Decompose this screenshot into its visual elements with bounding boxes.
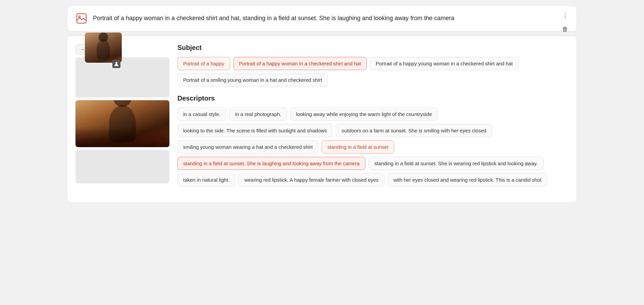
descriptor-tag-0[interactable]: in a casual style. bbox=[177, 108, 226, 121]
descriptor-tag-3[interactable]: looking to the side. The scene is filled… bbox=[177, 124, 332, 137]
main-card: ← Back ↻ Subject Portrait of a happy Por… bbox=[67, 36, 577, 203]
image-placeholder-bottom bbox=[75, 150, 169, 183]
options-button[interactable]: ⋮ bbox=[560, 11, 570, 20]
delete-button[interactable]: 🗑 bbox=[560, 24, 570, 34]
descriptor-tag-2[interactable]: looking away while enjoying the warm lig… bbox=[290, 108, 438, 121]
subject-tag-2[interactable]: Portrait of a happy young woman in a che… bbox=[370, 57, 519, 70]
svg-point-2 bbox=[115, 62, 117, 64]
descriptors-tags-container: in a casual style. in a real photograph.… bbox=[177, 108, 569, 186]
main-photo bbox=[75, 100, 169, 147]
descriptor-tag-7[interactable]: standing in a field at sunset. She is la… bbox=[177, 157, 365, 170]
svg-rect-0 bbox=[77, 14, 86, 23]
descriptor-tag-4[interactable]: outdoors on a farm at sunset. She is smi… bbox=[336, 124, 492, 137]
page-wrapper: Portrait of a happy woman in a checkered… bbox=[67, 5, 577, 203]
svg-point-1 bbox=[79, 16, 80, 18]
descriptor-tag-5[interactable]: smiling young woman wearing a hat and a … bbox=[177, 140, 318, 154]
subject-tag-0[interactable]: Portrait of a happy bbox=[177, 57, 230, 70]
subject-tag-1[interactable]: Portrait of a happy woman in a checkered… bbox=[233, 57, 367, 70]
descriptor-tag-6[interactable]: standing in a field at sunset bbox=[322, 140, 394, 154]
descriptor-tag-9[interactable]: taken in natural light. bbox=[177, 173, 235, 186]
descriptor-tag-11[interactable]: with her eyes closed and wearing red lip… bbox=[388, 173, 547, 186]
descriptor-tag-10[interactable]: wearing red lipstick. A happy female far… bbox=[238, 173, 384, 186]
subject-section-title: Subject bbox=[177, 44, 569, 52]
descriptors-section-title: Descriptors bbox=[177, 95, 569, 102]
person-badge-1 bbox=[112, 60, 120, 68]
top-card: Portrait of a happy woman in a checkered… bbox=[67, 5, 577, 32]
descriptor-tag-1[interactable]: in a real photograph. bbox=[229, 108, 287, 121]
image-icon bbox=[75, 12, 88, 24]
top-card-title: Portrait of a happy woman in a checkered… bbox=[93, 12, 569, 23]
descriptor-tag-8[interactable]: standing in a field at sunset. She is we… bbox=[369, 157, 543, 170]
left-panel: ← Back ↻ bbox=[75, 44, 169, 194]
right-panel: Subject Portrait of a happy Portrait of … bbox=[177, 44, 569, 194]
thumbnail-image-1 bbox=[85, 33, 122, 63]
thumbnail-item-1[interactable] bbox=[85, 33, 122, 66]
subject-tag-3[interactable]: Portrait of a smiling young woman in a h… bbox=[177, 73, 328, 86]
subject-tags-container: Portrait of a happy Portrait of a happy … bbox=[177, 57, 569, 86]
top-card-actions: ⋮ 🗑 bbox=[560, 11, 570, 34]
